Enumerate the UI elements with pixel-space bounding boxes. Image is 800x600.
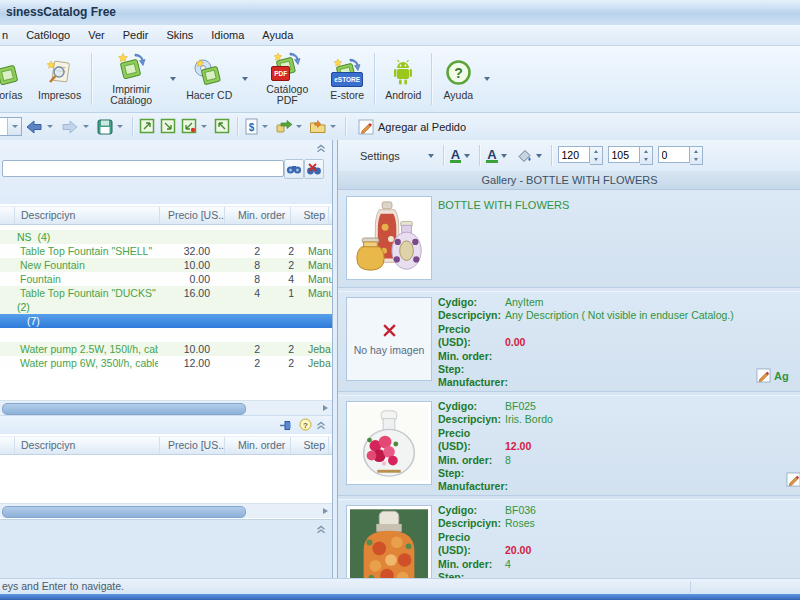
spin-down-icon[interactable] (690, 156, 702, 165)
table-row-category[interactable]: (2) (0, 300, 332, 314)
gallery-item[interactable]: Cydigo:BF025 Descripciyn:Iris. Bordo Pre… (338, 395, 800, 496)
impresos-button[interactable]: Impresos (31, 56, 88, 103)
menu-item-catalogo[interactable]: Cat6logo (17, 27, 79, 43)
table-row[interactable]: Water pump 2.5W, 150l/h, cabl...10.0022J… (0, 342, 332, 356)
spin-down-icon[interactable] (640, 156, 652, 165)
chevron-down-icon[interactable] (501, 154, 507, 158)
add-to-order-button[interactable]: Agregar al Pedido (350, 117, 474, 137)
menu-item-idioma[interactable]: Idioma (202, 27, 253, 43)
product-image[interactable] (346, 196, 432, 280)
spin-up-icon[interactable] (590, 147, 602, 156)
gallery-item[interactable]: No hay imagen Cydigo:AnyItem Descripciyn… (338, 291, 800, 392)
dropdown-caret-icon[interactable] (170, 77, 176, 81)
add-item-to-order-button[interactable]: Ag (756, 368, 789, 383)
dropdown-caret-icon[interactable] (242, 77, 248, 81)
column-header-description[interactable]: Descripciyn (15, 207, 160, 224)
collapse-panel-button[interactable] (314, 523, 328, 535)
column-header-min-order[interactable]: Min. order (225, 437, 291, 454)
dropdown-caret-icon[interactable] (484, 77, 490, 81)
product-code: BF036 (505, 504, 536, 516)
hacer-cd-button[interactable]: Hacer CD (179, 56, 239, 103)
clear-search-button[interactable] (304, 159, 324, 179)
lower-panel-header: ? (0, 415, 332, 434)
expand-branch-button[interactable] (158, 116, 179, 137)
search-button[interactable] (284, 159, 304, 179)
column-header-price[interactable]: Precio [US... (160, 207, 225, 224)
table-row[interactable]: Table Top Fountain "DUCKS" ...16.0041Man… (0, 286, 332, 300)
zoom-combobox[interactable] (0, 117, 22, 136)
expand-all-button[interactable] (137, 116, 158, 137)
add-item-to-order-button[interactable]: Ag (786, 472, 800, 487)
pin-panel-button[interactable] (278, 419, 292, 431)
chevron-down-icon[interactable] (536, 154, 542, 158)
forward-button[interactable] (58, 117, 94, 137)
font-color-button-2[interactable]: A (486, 149, 497, 163)
toolbar-separator (374, 53, 375, 105)
table-row-selected[interactable]: (7) (0, 314, 332, 328)
sync-button[interactable] (273, 117, 307, 137)
table-row[interactable]: Water pump 6W, 350l/h, cable ...12.0022J… (0, 356, 332, 370)
settings-dropdown[interactable]: Settings (360, 150, 400, 162)
chevron-down-icon[interactable] (428, 154, 434, 158)
menu-item-ver[interactable]: Ver (79, 27, 114, 43)
scroll-right-arrow-icon[interactable] (323, 508, 328, 514)
collapse-panel-button[interactable] (314, 419, 328, 431)
product-price: 20.00 (505, 544, 531, 556)
gallery-item[interactable]: Cydigo:BF036 Descripciyn:Roses Precio (U… (338, 499, 800, 578)
imprimir-catalogo-button[interactable]: Imprimir Catálogo (95, 50, 167, 108)
menu-item-skins[interactable]: Skins (157, 27, 202, 43)
table-row-empty[interactable] (0, 328, 332, 342)
chevron-down-icon (201, 125, 207, 128)
font-color-button[interactable]: A (450, 149, 461, 163)
android-button[interactable]: Android (378, 56, 428, 103)
column-header-min-order[interactable]: Min. order (225, 207, 291, 224)
spin-down-icon[interactable] (590, 156, 602, 165)
estore-button[interactable]: eSTORE E-store (323, 56, 371, 103)
product-fields: Cydigo:BF025 Descripciyn:Iris. Bordo Pre… (438, 400, 553, 494)
horizontal-scrollbar[interactable] (0, 503, 332, 518)
search-input[interactable] (2, 160, 284, 177)
catalogo-pdf-button[interactable]: PDF Catálogo PDF (251, 50, 323, 108)
save-button[interactable] (94, 116, 128, 138)
margin-input[interactable] (658, 146, 690, 163)
product-image[interactable] (346, 505, 432, 578)
chevron-down-icon[interactable] (464, 154, 470, 158)
margin-stepper[interactable] (658, 146, 703, 165)
horizontal-scrollbar[interactable] (0, 400, 332, 415)
height-input[interactable] (608, 146, 640, 163)
categorias-button[interactable]: gorías (0, 56, 31, 103)
menu-bar: n Cat6logo Ver Pedir Skins Idioma Ayuda (0, 25, 800, 46)
width-input[interactable] (558, 146, 590, 163)
column-header-step[interactable]: Step (291, 207, 329, 224)
menu-item-pedir[interactable]: Pedir (114, 27, 158, 43)
table-row[interactable]: New Fountain10.0082Manu (0, 258, 332, 272)
status-bar: eys and Enter to navigate. (0, 578, 800, 594)
spin-up-icon[interactable] (690, 147, 702, 156)
menu-item-cut[interactable]: n (0, 27, 17, 43)
collapse-all-button[interactable] (212, 116, 233, 137)
table-row[interactable]: Table Top Fountain "SHELL" ...32.0022Man… (0, 244, 332, 258)
back-button[interactable] (22, 117, 58, 137)
column-header-step[interactable]: Step (291, 437, 329, 454)
collapse-button[interactable] (179, 116, 212, 137)
scroll-right-arrow-icon[interactable] (323, 405, 328, 411)
ayuda-button[interactable]: ? Ayuda (435, 56, 481, 103)
column-header-price[interactable]: Precio [US... (160, 437, 225, 454)
image-height-stepper[interactable] (608, 146, 653, 165)
table-row[interactable]: Fountain0.0084Manu (0, 272, 332, 286)
estore-icon: eSTORE (331, 58, 363, 88)
collapse-panel-button[interactable] (314, 142, 328, 154)
export-button[interactable] (307, 117, 341, 136)
column-header-description[interactable]: Descripciyn (15, 437, 160, 454)
fill-color-button[interactable] (516, 148, 533, 163)
price-list-button[interactable]: $ (242, 116, 273, 137)
image-width-stepper[interactable] (558, 146, 603, 165)
product-image[interactable] (346, 401, 432, 485)
gallery-item-category[interactable]: BOTTLE WITH FLOWERS (338, 191, 800, 288)
spin-up-icon[interactable] (640, 147, 652, 156)
panel-help-button[interactable]: ? (298, 418, 312, 430)
scrollbar-thumb[interactable] (2, 403, 246, 415)
menu-item-ayuda[interactable]: Ayuda (253, 27, 302, 43)
table-row-category[interactable]: NS (4) (0, 230, 332, 244)
scrollbar-thumb[interactable] (2, 506, 246, 518)
